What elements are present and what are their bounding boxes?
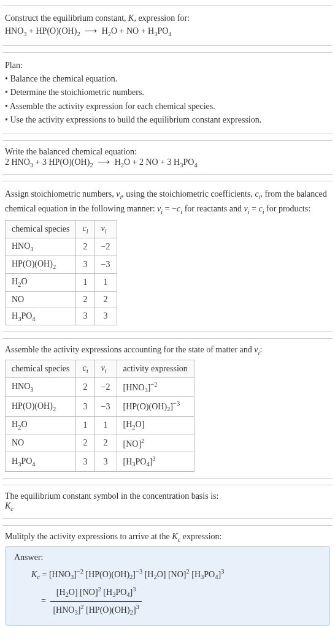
th-species: chemical species [6, 360, 76, 378]
th-nu-sub: i [105, 228, 107, 235]
table-row: NO 2 2 [6, 291, 117, 308]
cell-species: HNO3 [6, 238, 76, 256]
cell-c: 3 [76, 308, 94, 325]
cell-species: NO [6, 434, 76, 452]
table-row: HP(O)(OH)2 3 −3 [6, 256, 117, 273]
stoich-intro5: for products: [264, 204, 310, 213]
kc-sub: c [10, 506, 13, 512]
stoich-intro2: , using the stoichiometric coefficients, [121, 189, 255, 199]
fraction-numerator: [H2O] [NO]2 [H3PO4]3 [50, 584, 141, 602]
t1e: −2 [77, 568, 83, 575]
table-row: NO 2 2 [NO]2 [6, 434, 194, 452]
cell-species: H2O [6, 416, 76, 434]
ans-eq2: = [41, 596, 48, 605]
t2: [HP(O)(OH) [83, 570, 129, 579]
cell-nu: 3 [94, 308, 117, 325]
ae-sup: 2 [141, 438, 144, 444]
ae-sup: −2 [150, 381, 157, 388]
eq1b: = − [163, 204, 177, 213]
eq2b: = [250, 204, 259, 213]
ae-pre: [H [123, 420, 133, 429]
table-header-row: chemical species ci νi activity expressi… [6, 360, 194, 378]
sp-sub: 2 [53, 406, 56, 412]
table-row: HNO3 2 −2 [6, 238, 117, 256]
bal-c2s: 2 [90, 161, 93, 168]
ae-sup: −3 [173, 400, 180, 407]
table-header-row: chemical species ci νi [6, 221, 117, 238]
ae-pre: [H [123, 457, 133, 466]
act-intro1: Assemble the activity expressions accoun… [5, 345, 254, 354]
sp: HNO [12, 241, 30, 251]
cell-c: 3 [76, 452, 94, 471]
eq-h2o-h: H [102, 26, 108, 36]
kc-expression-line2: = [H2O] [NO]2 [H3PO4]3 [HNO3]2 [HP(O)(OH… [41, 584, 321, 619]
multiply-text: Mulitply the activity expressions to arr… [5, 532, 330, 543]
cell-species: H3PO4 [6, 452, 76, 471]
bal-c5s: 4 [194, 161, 197, 168]
ans-K: K [31, 570, 37, 579]
cell-c: 2 [76, 377, 94, 396]
th-nui: νi [94, 360, 117, 378]
cell-nu: 3 [94, 452, 117, 471]
t3p: O] [NO] [157, 570, 187, 579]
n2pa: PO [115, 587, 126, 596]
eq-rhs-mid: O + NO + H [111, 26, 154, 36]
t4pa: PO [204, 570, 215, 579]
mult-line1b: expression: [180, 532, 221, 541]
ae-pre: [HP(O)(OH) [123, 402, 168, 411]
ae-sup: 3 [152, 455, 155, 462]
sp: HP(O)(OH) [12, 259, 53, 268]
balanced-eq: 2 HNO3 + 3 HP(O)(OH)2 ⟶ H2O + 2 NO + 3 H… [5, 157, 330, 169]
stoich-intro1: Assign stoichiometric numbers, [5, 189, 116, 199]
ae-pre: [HNO [123, 383, 145, 392]
bal-c2: + 3 HP(O)(OH) [33, 157, 90, 167]
sp: HP(O)(OH) [12, 401, 53, 411]
table-row: HNO3 2 −2 [HNO3]−2 [6, 377, 194, 396]
mult-K: K [172, 532, 177, 541]
sp: H [12, 456, 18, 466]
cell-activity: [NO]2 [117, 434, 194, 452]
k-var: K [128, 13, 134, 23]
activity-section: Assemble the activity expressions accoun… [2, 338, 333, 478]
table-row: H2O 1 1 [H2O] [6, 416, 194, 434]
stoich-section: Assign stoichiometric numbers, νi, using… [2, 181, 333, 332]
prompt-line1: Construct the equilibrium constant, [5, 13, 128, 23]
answer-title: Answer: [14, 553, 321, 563]
sp-tail: PO [21, 456, 32, 466]
sp-tail: O [21, 277, 27, 286]
table-row: HP(O)(OH)2 3 −3 [HP(O)(OH)2]−3 [6, 397, 194, 416]
d1: [HNO [53, 605, 74, 615]
ae-post-a: PO [136, 457, 147, 466]
sp-sub2: 4 [32, 460, 35, 467]
cell-nu: 2 [94, 291, 117, 308]
cell-species: H3PO4 [6, 308, 76, 325]
cell-nu: −3 [94, 397, 117, 416]
cell-nu: −3 [94, 256, 117, 273]
sp-sub2: 4 [32, 315, 35, 322]
n1: [H [56, 587, 66, 596]
cell-species: HNO3 [6, 377, 76, 396]
n1p: O] [NO] [69, 587, 98, 596]
plan-list: Plan: • Balance the chemical equation. •… [5, 59, 330, 127]
fraction: [H2O] [NO]2 [H3PO4]3 [HNO3]2 [HP(O)(OH)2… [50, 584, 141, 619]
th-nu-sub: i [105, 368, 107, 374]
eq-hno3: HNO [5, 26, 23, 36]
sp-sub: 2 [53, 263, 56, 270]
plan-section: Plan: • Balance the chemical equation. •… [2, 52, 333, 134]
th-activity: activity expression [117, 360, 194, 378]
plan-title: Plan: [5, 59, 330, 72]
balanced-title: Write the balanced chemical equation: [5, 147, 330, 157]
d2e: 3 [136, 604, 139, 610]
kcdef-section: The equilibrium constant symbol in the c… [2, 485, 333, 519]
cell-nu: −2 [94, 238, 117, 256]
cell-activity: [H3PO4]3 [117, 452, 194, 471]
arrow-icon: ⟶ [95, 157, 112, 167]
activity-intro: Assemble the activity expressions accoun… [5, 345, 330, 356]
sp-tail: PO [21, 311, 32, 320]
plan-b1: • Balance the chemical equation. [5, 72, 330, 86]
table-row: H2O 1 1 [6, 273, 117, 291]
stoich-intro4: for reactants and [182, 204, 244, 213]
sp: H [12, 420, 18, 429]
cell-activity: [HP(O)(OH)2]−3 [117, 397, 194, 416]
answer-box: Answer: Kc = [HNO3]−2 [HP(O)(OH)2]−3 [H2… [5, 546, 330, 626]
